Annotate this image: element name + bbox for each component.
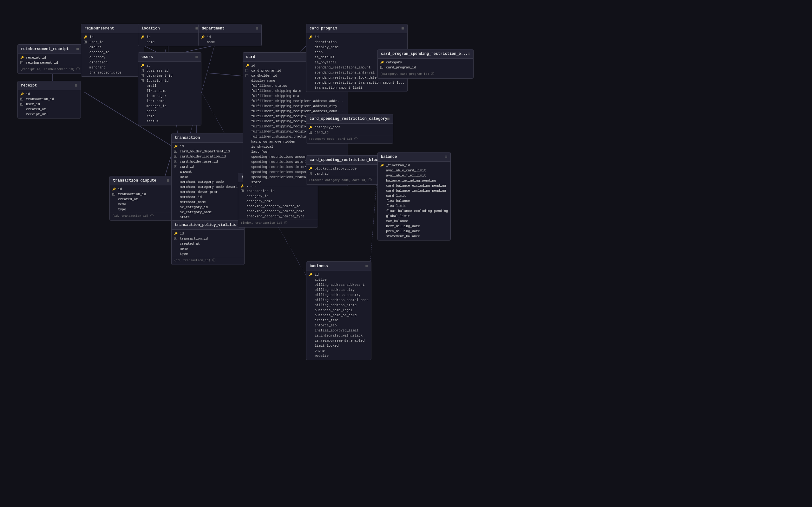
foreign-key-icon: ⚿ <box>174 160 178 164</box>
field-label: state <box>180 216 190 219</box>
table-field-row: status <box>138 119 201 124</box>
table-reimbursement_receipt[interactable]: reimbursement_receipt⊞🔑receipt_id⚿reimbu… <box>17 44 83 74</box>
primary-key-icon: 🔑 <box>380 61 384 64</box>
svg-line-3 <box>144 46 157 52</box>
field-label: billing_address_city <box>315 288 355 292</box>
field-label: first_name <box>147 89 166 93</box>
table-field-row: billing_address_address_1 <box>306 282 371 287</box>
table-transaction_dispute[interactable]: transaction_dispute⊞🔑id⚿transaction_idcr… <box>109 176 173 221</box>
table-body-location: 🔑idname <box>138 33 201 46</box>
field-label: balance_including_pending <box>386 179 436 182</box>
table-field-row: float_balance_excluding_pending <box>378 209 450 214</box>
table-field-row: ⚿department_id <box>138 73 201 78</box>
field-label: fulfillment_shipping_recipient_address_c… <box>251 104 337 108</box>
table-field-row: max_balance <box>378 219 450 224</box>
table-field-row: 🔑receipt_id <box>18 55 82 60</box>
table-transaction_policy_violation[interactable]: transaction_policy_violation⊞🔑id⚿transac… <box>171 220 245 265</box>
field-label: card_holder_department_id <box>180 150 230 153</box>
field-label: icon <box>315 50 322 54</box>
field-label: transaction_id <box>180 237 208 240</box>
field-label: direction <box>90 60 107 64</box>
table-card_spending_restriction_category[interactable]: card_spending_restriction_category⊞🔑cate… <box>306 114 393 144</box>
field-label: card_id <box>315 172 328 176</box>
foreign-key-icon: ⚿ <box>241 189 245 193</box>
table-name-card: card <box>246 55 255 59</box>
table-field-row: spending_restrictions_transaction_amount… <box>306 80 407 85</box>
table-field-row: flex_limit <box>378 204 450 209</box>
field-label: spending_restrictions_suspended <box>251 170 313 174</box>
field-label: category_code <box>315 125 341 129</box>
table-header-receipt: receipt⊞ <box>18 81 81 90</box>
table-header-balance: balance⊞ <box>378 153 450 162</box>
svg-line-17 <box>369 171 377 273</box>
table-receipt[interactable]: receipt⊞🔑id⚿transaction_id⚿user_idcreate… <box>17 81 81 118</box>
table-field-row: created_at <box>171 241 244 246</box>
table-field-row: ⚿transaction_id <box>171 236 244 241</box>
table-field-row: limit_locked <box>306 343 371 348</box>
table-field-row: 🔑id <box>171 231 244 236</box>
table-field-row: last_four <box>243 149 348 154</box>
table-location[interactable]: location⊞🔑idname <box>138 24 201 46</box>
table-name-receipt: receipt <box>21 83 37 88</box>
field-label: website <box>315 354 328 358</box>
foreign-key-icon: ⚿ <box>112 192 116 196</box>
table-name-users: users <box>142 55 153 59</box>
table-card_program_spending_restriction_e[interactable]: card_program_spending_restriction_e...⊞🔑… <box>377 49 473 78</box>
field-label: last_name <box>147 99 165 103</box>
table-body-card_spending_restriction_category: 🔑category_code⚿card_id(category_code, ca… <box>306 124 393 143</box>
table-expand-icon-department[interactable]: ⊞ <box>256 26 258 31</box>
table-field-row: card_balance_excluding_pending <box>378 183 450 188</box>
field-label: receipt_id <box>26 56 46 60</box>
field-label: merchant_id <box>180 195 202 199</box>
table-expand-icon-receipt[interactable]: ⊞ <box>75 83 78 88</box>
table-business[interactable]: business⊞🔑idactivebilling_address_addres… <box>306 262 371 360</box>
field-label: transaction_amount_limit <box>315 86 362 90</box>
table-expand-icon-card_spending_restriction_category[interactable]: ⊞ <box>387 116 390 121</box>
table-name-card_spending_restriction_category: card_spending_restriction_category <box>310 117 387 121</box>
field-label: card_balance_excluding_pending <box>386 184 446 187</box>
field-label: spending_restrictions_amount <box>315 66 370 69</box>
field-label: fulfillment_shipping_recipient_address_c… <box>251 109 343 113</box>
table-reimbursement[interactable]: reimbursement⊞🔑id⚿user_idamountcreated_i… <box>81 24 144 77</box>
field-label: spending_restrictions_interval <box>315 71 374 74</box>
composite-key-transaction_dispute: (id, transaction_id) ⓘ <box>110 213 172 219</box>
table-field-row: created_at <box>18 107 81 112</box>
table-expand-icon-location[interactable]: ⊞ <box>195 26 198 31</box>
field-label: id <box>251 64 255 67</box>
table-field-row: merchant <box>81 65 144 70</box>
table-field-row: 🔑id <box>171 144 250 149</box>
field-label: spending_restrictions_amount <box>251 155 307 159</box>
field-label: billing_address_postal_code <box>315 298 368 302</box>
table-expand-icon-transaction_dispute[interactable]: ⊞ <box>167 178 169 183</box>
table-users[interactable]: users⊞🔑id⚿business_id⚿department_id⚿loca… <box>138 52 201 125</box>
table-header-card_program_spending_restriction_e: card_program_spending_restriction_e...⊞ <box>378 49 473 59</box>
field-label: amount <box>90 45 101 49</box>
table-body-receipt: 🔑id⚿transaction_id⚿user_idcreated_atrece… <box>18 90 81 118</box>
table-expand-icon-balance[interactable]: ⊞ <box>445 154 448 159</box>
table-field-row: billing_address_state <box>306 302 371 308</box>
field-label: fulfillment_shipping_date <box>251 89 301 93</box>
table-expand-icon-card_program[interactable]: ⊞ <box>402 26 404 31</box>
table-body-users: 🔑id⚿business_id⚿department_id⚿location_i… <box>138 62 201 125</box>
table-expand-icon-reimbursement_receipt[interactable]: ⊞ <box>77 47 79 52</box>
table-expand-icon-business[interactable]: ⊞ <box>365 264 368 269</box>
table-field-row: type <box>110 207 172 212</box>
table-body-transaction_dispute: 🔑id⚿transaction_idcreated_atmemotype(id,… <box>110 185 172 220</box>
field-label: _fivetran_id <box>386 164 410 167</box>
table-department[interactable]: department⊞🔑idname <box>198 24 262 46</box>
table-name-balance: balance <box>381 155 397 159</box>
table-expand-icon-users[interactable]: ⊞ <box>195 55 198 60</box>
table-field-row: memo <box>110 202 172 207</box>
field-label: available_flex_limit <box>386 174 426 177</box>
field-label: is_integrated_with_slack <box>315 334 362 337</box>
table-expand-icon-card_program_spending_restriction_e[interactable]: ⊞ <box>468 51 470 56</box>
table-header-users: users⊞ <box>138 53 201 62</box>
table-field-row: created_at <box>110 197 172 202</box>
table-field-row: description <box>306 40 407 45</box>
field-label: fulfillment_shipping_eta <box>251 94 299 98</box>
table-field-row: memo <box>171 246 244 251</box>
table-field-row: fulfillment_shipping_recipient_address_c… <box>243 104 348 109</box>
table-header-business: business⊞ <box>306 262 371 271</box>
table-name-card_program_spending_restriction_e: card_program_spending_restriction_e... <box>381 52 468 56</box>
table-balance[interactable]: balance⊞🔑_fivetran_idavailable_card_limi… <box>377 152 451 240</box>
